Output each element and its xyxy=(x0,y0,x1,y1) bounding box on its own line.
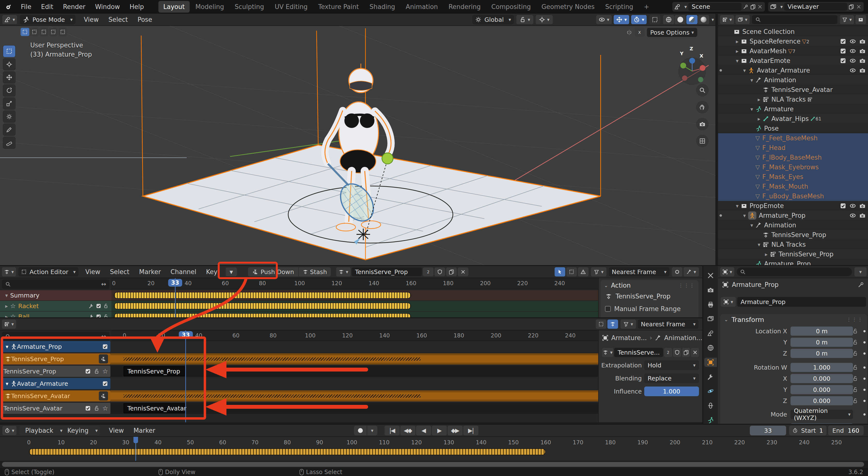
properties-tab-world[interactable] xyxy=(704,343,717,352)
camera-toggle[interactable] xyxy=(859,212,866,219)
eye-toggle[interactable] xyxy=(849,212,856,219)
outliner-search-input[interactable] xyxy=(752,15,837,24)
shading-wireframe-button[interactable] xyxy=(663,15,674,24)
current-frame-field[interactable]: 33 xyxy=(750,426,786,435)
outliner-row[interactable]: Scene Collection xyxy=(718,27,868,36)
key-area[interactable] xyxy=(112,290,598,300)
falloff-dropdown[interactable]: ▾ xyxy=(683,267,699,276)
select-intersect-button[interactable] xyxy=(58,28,67,36)
horizontal-scrollbar-thumb[interactable] xyxy=(2,462,864,467)
strip-unlink[interactable] xyxy=(691,348,699,357)
nla-channel-name[interactable]: TennisServe_Avatar☆ xyxy=(1,403,111,414)
tab-uv-editing[interactable]: UV Editing xyxy=(270,1,312,12)
panel-grip[interactable]: ⋮⋮⋮ xyxy=(678,282,695,288)
nla-channel-action[interactable]: TennisServe_Avatar xyxy=(0,390,702,402)
menu-window[interactable]: Window xyxy=(90,1,125,12)
nla-snap-dropdown[interactable]: Nearest Frame▾ xyxy=(638,319,699,329)
expand-closed-icon[interactable]: ▸ xyxy=(755,97,763,103)
select-set-button[interactable] xyxy=(21,28,29,36)
property-value[interactable]: 0.000 xyxy=(790,396,853,405)
nav-zoom-button[interactable] xyxy=(696,84,709,97)
expand-open-icon[interactable]: ▾ xyxy=(748,77,755,83)
camera-toggle[interactable] xyxy=(859,67,866,73)
action-panel-action-name[interactable]: TennisServe_Prop xyxy=(616,293,671,300)
property-value[interactable]: 1.000 xyxy=(790,363,853,372)
properties-search-input[interactable] xyxy=(737,268,852,276)
scene-selector[interactable]: ▾ Scene xyxy=(672,2,765,11)
outliner-row[interactable]: ▸AvatarMesh▽7 xyxy=(718,46,868,56)
action-specials-button[interactable]: ▼ xyxy=(226,268,237,276)
fake-user-button[interactable] xyxy=(434,268,445,276)
proportional-edit-toggle[interactable]: ▾ xyxy=(536,15,553,24)
field-value[interactable]: Replace▾ xyxy=(644,373,699,383)
dope-menu-view[interactable]: View xyxy=(81,266,105,278)
push-down-button[interactable]: Push Down xyxy=(248,267,299,276)
prev-keyframe-button[interactable]: ◀◆ xyxy=(400,426,415,435)
tool-transform[interactable] xyxy=(3,110,16,123)
timeline-playhead-cap[interactable] xyxy=(133,437,138,443)
expand-open-icon[interactable]: ▾ xyxy=(748,222,755,228)
mute-checkbox[interactable] xyxy=(102,344,108,349)
outliner-row[interactable]: ▸SpaceReference▽2 xyxy=(718,36,868,46)
dope-menu-key[interactable]: Key xyxy=(201,266,222,278)
playhead[interactable] xyxy=(175,278,176,317)
tab-animation[interactable]: Animation xyxy=(401,1,443,12)
nav-grid-button[interactable] xyxy=(696,135,709,147)
snap-dropdown[interactable]: Nearest Frame▾ xyxy=(609,267,670,276)
expand-closed-icon[interactable]: ▸ xyxy=(734,38,741,44)
nla-lane[interactable] xyxy=(111,390,598,402)
pin-icon[interactable] xyxy=(858,281,864,288)
errors-filter-toggle[interactable] xyxy=(578,267,589,276)
outliner-row[interactable]: ▽F_Mask_Eyebrows xyxy=(718,162,868,172)
property-value[interactable]: 0.000 xyxy=(790,385,853,394)
outliner-row[interactable]: ▽F_Mask_Eyes xyxy=(718,172,868,182)
nla-lane[interactable] xyxy=(111,378,598,389)
check-toggle[interactable] xyxy=(840,58,846,64)
panel-collapse-icon[interactable]: ⌄ xyxy=(724,317,728,322)
field-value[interactable]: Hold▾ xyxy=(644,361,699,370)
track-checkbox[interactable] xyxy=(85,405,91,411)
expand-open-icon[interactable]: ▾ xyxy=(755,242,763,248)
eye-toggle[interactable] xyxy=(849,67,856,73)
tab-compositing[interactable]: Compositing xyxy=(487,1,536,12)
property-value[interactable]: 0 m xyxy=(790,327,853,336)
manual-range-checkbox[interactable] xyxy=(605,306,611,312)
camera-toggle[interactable] xyxy=(859,58,866,64)
nla-lane[interactable]: TennisServe_Avatar xyxy=(111,403,598,414)
scene-name[interactable]: Scene xyxy=(688,3,742,11)
gizmos-toggle[interactable]: ▾ xyxy=(614,15,629,24)
visibility-dropdown[interactable]: ▾ xyxy=(596,15,612,24)
properties-tab-object-data[interactable] xyxy=(704,415,717,424)
key-area[interactable] xyxy=(112,311,598,317)
keyframe-band[interactable] xyxy=(114,303,411,309)
close-icon[interactable] xyxy=(857,4,861,10)
track-checkbox[interactable] xyxy=(85,368,91,374)
filter-button[interactable]: ▾ xyxy=(840,15,854,24)
timeline-track[interactable]: 0102030405060708090100110120130140150160… xyxy=(0,437,868,461)
outliner-row[interactable]: ▾AvatarEmote xyxy=(718,56,868,66)
property-value[interactable]: 0 m xyxy=(790,349,853,358)
properties-tab-object[interactable] xyxy=(704,358,717,367)
properties-editor-button[interactable]: ▾ xyxy=(720,267,734,276)
tab-texture-paint[interactable]: Texture Paint xyxy=(313,1,364,12)
dope-channel-racket[interactable]: ▸☆Racket xyxy=(0,301,702,311)
panel-grip[interactable]: ⋮⋮⋮ xyxy=(846,317,863,322)
editor-type-button[interactable]: ▾ xyxy=(2,15,17,24)
select-invert-button[interactable] xyxy=(49,28,58,36)
timeline-view-menu[interactable]: View xyxy=(104,425,129,436)
tab-modeling[interactable]: Modeling xyxy=(191,1,229,12)
mute-checkbox[interactable] xyxy=(102,381,108,386)
auto-key-button[interactable] xyxy=(354,426,367,435)
keyframe-band[interactable] xyxy=(114,313,411,317)
jump-end-button[interactable]: ▶| xyxy=(463,426,478,435)
animate-dot[interactable] xyxy=(863,330,866,332)
gizmo-y-label[interactable]: Y xyxy=(680,50,683,56)
nla-channel-object[interactable]: ▾Avatar_Armature xyxy=(0,378,702,389)
tool-scale[interactable] xyxy=(3,98,16,109)
expand-icon[interactable]: ▾ xyxy=(3,293,10,299)
tool-annotate[interactable] xyxy=(3,124,16,136)
properties-tab-scene[interactable] xyxy=(704,329,717,338)
nla-strip[interactable]: TennisServe_Avatar xyxy=(124,403,185,413)
viewport-3d[interactable]: ▾ Pose Mode ▾ ViewSelectPose Global ▾ ▾ … xyxy=(0,14,716,265)
strip-action-users[interactable]: 2 xyxy=(664,348,672,357)
